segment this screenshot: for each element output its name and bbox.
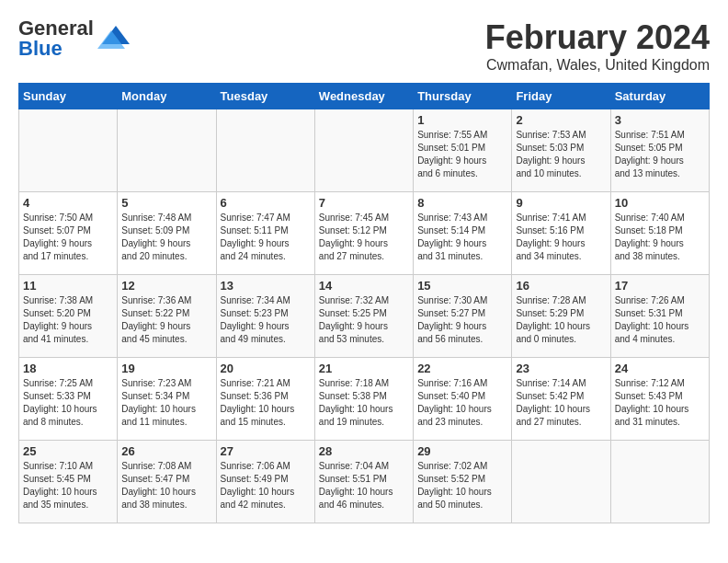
- calendar-cell: [118, 109, 216, 192]
- day-info: Sunrise: 7:53 AM Sunset: 5:03 PM Dayligh…: [516, 129, 606, 180]
- day-info: Sunrise: 7:55 AM Sunset: 5:01 PM Dayligh…: [417, 129, 507, 180]
- calendar-header-wednesday: Wednesday: [314, 84, 413, 109]
- day-number: 28: [319, 444, 409, 458]
- day-info: Sunrise: 7:23 AM Sunset: 5:34 PM Dayligh…: [121, 377, 211, 429]
- day-info: Sunrise: 7:32 AM Sunset: 5:25 PM Dayligh…: [319, 294, 409, 346]
- day-info: Sunrise: 7:43 AM Sunset: 5:14 PM Dayligh…: [417, 212, 507, 263]
- calendar-week-1: 1Sunrise: 7:55 AM Sunset: 5:01 PM Daylig…: [19, 109, 710, 192]
- day-number: 25: [23, 444, 113, 458]
- logo-blue: Blue: [18, 37, 63, 60]
- day-number: 7: [319, 196, 409, 210]
- calendar-cell: 8Sunrise: 7:43 AM Sunset: 5:14 PM Daylig…: [414, 192, 512, 275]
- calendar-cell: 27Sunrise: 7:06 AM Sunset: 5:49 PM Dayli…: [216, 441, 314, 523]
- calendar-cell: 9Sunrise: 7:41 AM Sunset: 5:16 PM Daylig…: [512, 192, 610, 275]
- calendar-table: SundayMondayTuesdayWednesdayThursdayFrid…: [18, 83, 710, 523]
- day-info: Sunrise: 7:34 AM Sunset: 5:23 PM Dayligh…: [221, 294, 311, 346]
- calendar-header-tuesday: Tuesday: [216, 84, 314, 109]
- calendar-cell: 29Sunrise: 7:02 AM Sunset: 5:52 PM Dayli…: [414, 441, 512, 523]
- calendar-cell: 19Sunrise: 7:23 AM Sunset: 5:34 PM Dayli…: [118, 358, 216, 441]
- day-info: Sunrise: 7:21 AM Sunset: 5:36 PM Dayligh…: [221, 377, 311, 429]
- calendar-week-5: 25Sunrise: 7:10 AM Sunset: 5:45 PM Dayli…: [19, 441, 710, 523]
- calendar-header-monday: Monday: [118, 84, 216, 109]
- calendar-cell: [216, 109, 314, 192]
- day-number: 5: [121, 196, 211, 210]
- calendar-cell: 24Sunrise: 7:12 AM Sunset: 5:43 PM Dayli…: [610, 358, 709, 441]
- month-title: February 2024: [485, 18, 710, 57]
- calendar-cell: 12Sunrise: 7:36 AM Sunset: 5:22 PM Dayli…: [118, 275, 216, 358]
- day-number: 16: [516, 279, 606, 293]
- calendar-cell: 17Sunrise: 7:26 AM Sunset: 5:31 PM Dayli…: [610, 275, 709, 358]
- day-info: Sunrise: 7:12 AM Sunset: 5:43 PM Dayligh…: [615, 377, 705, 429]
- day-number: 26: [121, 444, 211, 458]
- calendar-cell: 1Sunrise: 7:55 AM Sunset: 5:01 PM Daylig…: [414, 109, 512, 192]
- day-number: 29: [417, 444, 507, 458]
- day-info: Sunrise: 7:50 AM Sunset: 5:07 PM Dayligh…: [23, 212, 113, 263]
- day-info: Sunrise: 7:06 AM Sunset: 5:49 PM Dayligh…: [221, 460, 311, 511]
- calendar-cell: [512, 441, 610, 523]
- calendar-cell: 10Sunrise: 7:40 AM Sunset: 5:18 PM Dayli…: [610, 192, 709, 275]
- day-info: Sunrise: 7:25 AM Sunset: 5:33 PM Dayligh…: [23, 377, 113, 429]
- day-number: 20: [221, 362, 311, 375]
- day-number: 21: [319, 362, 409, 375]
- calendar-cell: 25Sunrise: 7:10 AM Sunset: 5:45 PM Dayli…: [19, 441, 118, 523]
- calendar-cell: 22Sunrise: 7:16 AM Sunset: 5:40 PM Dayli…: [414, 358, 512, 441]
- calendar-cell: 15Sunrise: 7:30 AM Sunset: 5:27 PM Dayli…: [414, 275, 512, 358]
- day-info: Sunrise: 7:51 AM Sunset: 5:05 PM Dayligh…: [615, 129, 705, 180]
- day-number: 3: [615, 113, 705, 127]
- day-number: 22: [417, 362, 507, 375]
- calendar-cell: 5Sunrise: 7:48 AM Sunset: 5:09 PM Daylig…: [118, 192, 216, 275]
- calendar-header-row: SundayMondayTuesdayWednesdayThursdayFrid…: [19, 84, 710, 109]
- day-info: Sunrise: 7:10 AM Sunset: 5:45 PM Dayligh…: [23, 460, 113, 511]
- calendar-header-sunday: Sunday: [19, 84, 118, 109]
- day-info: Sunrise: 7:45 AM Sunset: 5:12 PM Dayligh…: [319, 212, 409, 263]
- calendar-cell: 4Sunrise: 7:50 AM Sunset: 5:07 PM Daylig…: [19, 192, 118, 275]
- title-section: February 2024 Cwmafan, Wales, United Kin…: [485, 18, 710, 74]
- calendar-cell: 14Sunrise: 7:32 AM Sunset: 5:25 PM Dayli…: [314, 275, 413, 358]
- day-number: 11: [23, 279, 113, 293]
- day-info: Sunrise: 7:30 AM Sunset: 5:27 PM Dayligh…: [417, 294, 507, 346]
- day-info: Sunrise: 7:04 AM Sunset: 5:51 PM Dayligh…: [319, 460, 409, 511]
- day-info: Sunrise: 7:48 AM Sunset: 5:09 PM Dayligh…: [121, 212, 211, 263]
- day-info: Sunrise: 7:47 AM Sunset: 5:11 PM Dayligh…: [221, 212, 311, 263]
- day-number: 1: [417, 113, 507, 127]
- day-number: 17: [615, 279, 705, 293]
- day-number: 2: [516, 113, 606, 127]
- calendar-cell: 20Sunrise: 7:21 AM Sunset: 5:36 PM Dayli…: [216, 358, 314, 441]
- logo: General Blue: [18, 18, 130, 59]
- logo-icon: [97, 21, 130, 49]
- calendar-header-thursday: Thursday: [414, 84, 512, 109]
- calendar-cell: 7Sunrise: 7:45 AM Sunset: 5:12 PM Daylig…: [314, 192, 413, 275]
- day-number: 18: [23, 362, 113, 375]
- calendar-cell: [314, 109, 413, 192]
- day-info: Sunrise: 7:38 AM Sunset: 5:20 PM Dayligh…: [23, 294, 113, 346]
- calendar-cell: 13Sunrise: 7:34 AM Sunset: 5:23 PM Dayli…: [216, 275, 314, 358]
- day-info: Sunrise: 7:40 AM Sunset: 5:18 PM Dayligh…: [615, 212, 705, 263]
- day-info: Sunrise: 7:18 AM Sunset: 5:38 PM Dayligh…: [319, 377, 409, 429]
- day-number: 9: [516, 196, 606, 210]
- calendar-cell: 26Sunrise: 7:08 AM Sunset: 5:47 PM Dayli…: [118, 441, 216, 523]
- location-subtitle: Cwmafan, Wales, United Kingdom: [485, 57, 710, 74]
- day-info: Sunrise: 7:14 AM Sunset: 5:42 PM Dayligh…: [516, 377, 606, 429]
- calendar-week-3: 11Sunrise: 7:38 AM Sunset: 5:20 PM Dayli…: [19, 275, 710, 358]
- calendar-cell: 6Sunrise: 7:47 AM Sunset: 5:11 PM Daylig…: [216, 192, 314, 275]
- day-number: 15: [417, 279, 507, 293]
- day-number: 4: [23, 196, 113, 210]
- calendar-cell: 2Sunrise: 7:53 AM Sunset: 5:03 PM Daylig…: [512, 109, 610, 192]
- calendar-cell: 16Sunrise: 7:28 AM Sunset: 5:29 PM Dayli…: [512, 275, 610, 358]
- page-header: General Blue February 2024 Cwmafan, Wale…: [18, 18, 710, 74]
- day-number: 19: [121, 362, 211, 375]
- day-number: 6: [221, 196, 311, 210]
- logo-text: General Blue: [18, 18, 94, 59]
- day-number: 13: [221, 279, 311, 293]
- day-info: Sunrise: 7:26 AM Sunset: 5:31 PM Dayligh…: [615, 294, 705, 346]
- calendar-cell: 23Sunrise: 7:14 AM Sunset: 5:42 PM Dayli…: [512, 358, 610, 441]
- day-info: Sunrise: 7:08 AM Sunset: 5:47 PM Dayligh…: [121, 460, 211, 511]
- day-number: 12: [121, 279, 211, 293]
- calendar-cell: 3Sunrise: 7:51 AM Sunset: 5:05 PM Daylig…: [610, 109, 709, 192]
- calendar-cell: [19, 109, 118, 192]
- calendar-week-2: 4Sunrise: 7:50 AM Sunset: 5:07 PM Daylig…: [19, 192, 710, 275]
- calendar-week-4: 18Sunrise: 7:25 AM Sunset: 5:33 PM Dayli…: [19, 358, 710, 441]
- day-number: 10: [615, 196, 705, 210]
- calendar-cell: 11Sunrise: 7:38 AM Sunset: 5:20 PM Dayli…: [19, 275, 118, 358]
- day-number: 14: [319, 279, 409, 293]
